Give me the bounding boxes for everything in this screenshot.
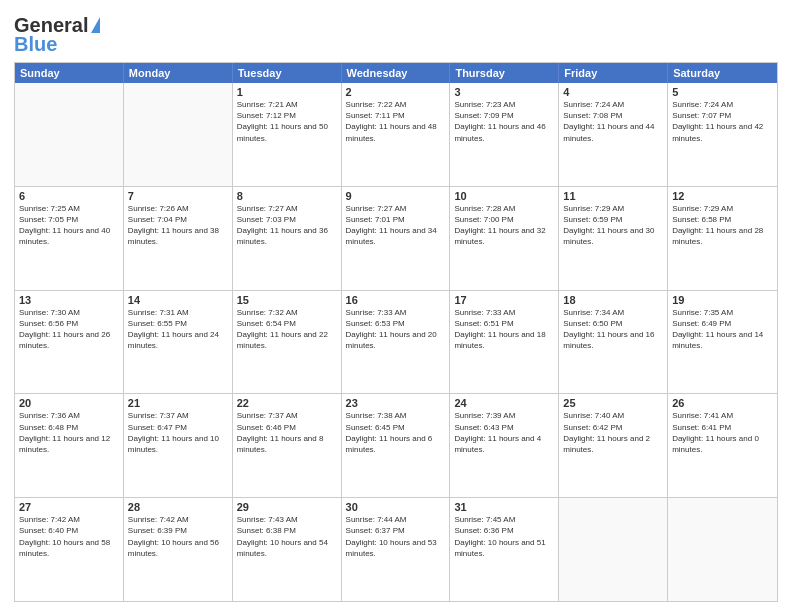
cell-info: Sunrise: 7:26 AMSunset: 7:04 PMDaylight:…	[128, 203, 228, 248]
cell-info: Sunrise: 7:31 AMSunset: 6:55 PMDaylight:…	[128, 307, 228, 352]
cell-info: Sunrise: 7:37 AMSunset: 6:46 PMDaylight:…	[237, 410, 337, 455]
day-of-week-sunday: Sunday	[15, 63, 124, 83]
calendar-cell: 23Sunrise: 7:38 AMSunset: 6:45 PMDayligh…	[342, 394, 451, 497]
cell-info: Sunrise: 7:38 AMSunset: 6:45 PMDaylight:…	[346, 410, 446, 455]
calendar-cell: 16Sunrise: 7:33 AMSunset: 6:53 PMDayligh…	[342, 291, 451, 394]
calendar-cell	[124, 83, 233, 186]
cell-info: Sunrise: 7:29 AMSunset: 6:59 PMDaylight:…	[563, 203, 663, 248]
calendar-cell: 27Sunrise: 7:42 AMSunset: 6:40 PMDayligh…	[15, 498, 124, 601]
calendar-header: SundayMondayTuesdayWednesdayThursdayFrid…	[15, 63, 777, 83]
cell-info: Sunrise: 7:41 AMSunset: 6:41 PMDaylight:…	[672, 410, 773, 455]
cell-info: Sunrise: 7:23 AMSunset: 7:09 PMDaylight:…	[454, 99, 554, 144]
day-number: 10	[454, 190, 554, 202]
page: General Blue SundayMondayTuesdayWednesda…	[0, 0, 792, 612]
calendar-cell: 8Sunrise: 7:27 AMSunset: 7:03 PMDaylight…	[233, 187, 342, 290]
day-number: 9	[346, 190, 446, 202]
calendar-cell: 14Sunrise: 7:31 AMSunset: 6:55 PMDayligh…	[124, 291, 233, 394]
cell-info: Sunrise: 7:24 AMSunset: 7:08 PMDaylight:…	[563, 99, 663, 144]
calendar-cell: 21Sunrise: 7:37 AMSunset: 6:47 PMDayligh…	[124, 394, 233, 497]
calendar-cell: 10Sunrise: 7:28 AMSunset: 7:00 PMDayligh…	[450, 187, 559, 290]
cell-info: Sunrise: 7:27 AMSunset: 7:01 PMDaylight:…	[346, 203, 446, 248]
day-number: 27	[19, 501, 119, 513]
calendar-cell: 7Sunrise: 7:26 AMSunset: 7:04 PMDaylight…	[124, 187, 233, 290]
calendar-cell: 19Sunrise: 7:35 AMSunset: 6:49 PMDayligh…	[668, 291, 777, 394]
calendar-cell: 2Sunrise: 7:22 AMSunset: 7:11 PMDaylight…	[342, 83, 451, 186]
calendar-cell: 31Sunrise: 7:45 AMSunset: 6:36 PMDayligh…	[450, 498, 559, 601]
calendar-cell: 11Sunrise: 7:29 AMSunset: 6:59 PMDayligh…	[559, 187, 668, 290]
cell-info: Sunrise: 7:44 AMSunset: 6:37 PMDaylight:…	[346, 514, 446, 559]
day-of-week-saturday: Saturday	[668, 63, 777, 83]
cell-info: Sunrise: 7:34 AMSunset: 6:50 PMDaylight:…	[563, 307, 663, 352]
calendar-body: 1Sunrise: 7:21 AMSunset: 7:12 PMDaylight…	[15, 83, 777, 601]
cell-info: Sunrise: 7:32 AMSunset: 6:54 PMDaylight:…	[237, 307, 337, 352]
calendar-row-0: 1Sunrise: 7:21 AMSunset: 7:12 PMDaylight…	[15, 83, 777, 187]
day-number: 18	[563, 294, 663, 306]
cell-info: Sunrise: 7:25 AMSunset: 7:05 PMDaylight:…	[19, 203, 119, 248]
calendar-cell: 15Sunrise: 7:32 AMSunset: 6:54 PMDayligh…	[233, 291, 342, 394]
calendar-cell: 24Sunrise: 7:39 AMSunset: 6:43 PMDayligh…	[450, 394, 559, 497]
day-number: 21	[128, 397, 228, 409]
cell-info: Sunrise: 7:24 AMSunset: 7:07 PMDaylight:…	[672, 99, 773, 144]
calendar-cell	[668, 498, 777, 601]
calendar-cell: 29Sunrise: 7:43 AMSunset: 6:38 PMDayligh…	[233, 498, 342, 601]
day-number: 30	[346, 501, 446, 513]
calendar-cell: 17Sunrise: 7:33 AMSunset: 6:51 PMDayligh…	[450, 291, 559, 394]
cell-info: Sunrise: 7:27 AMSunset: 7:03 PMDaylight:…	[237, 203, 337, 248]
calendar-cell: 25Sunrise: 7:40 AMSunset: 6:42 PMDayligh…	[559, 394, 668, 497]
day-number: 17	[454, 294, 554, 306]
header: General Blue	[14, 10, 778, 56]
cell-info: Sunrise: 7:35 AMSunset: 6:49 PMDaylight:…	[672, 307, 773, 352]
calendar-cell: 26Sunrise: 7:41 AMSunset: 6:41 PMDayligh…	[668, 394, 777, 497]
logo-blue: Blue	[14, 33, 57, 56]
calendar-cell: 18Sunrise: 7:34 AMSunset: 6:50 PMDayligh…	[559, 291, 668, 394]
day-number: 14	[128, 294, 228, 306]
day-number: 7	[128, 190, 228, 202]
day-of-week-tuesday: Tuesday	[233, 63, 342, 83]
day-number: 28	[128, 501, 228, 513]
logo: General Blue	[14, 10, 100, 56]
day-number: 13	[19, 294, 119, 306]
day-number: 31	[454, 501, 554, 513]
calendar-cell: 12Sunrise: 7:29 AMSunset: 6:58 PMDayligh…	[668, 187, 777, 290]
cell-info: Sunrise: 7:42 AMSunset: 6:40 PMDaylight:…	[19, 514, 119, 559]
calendar-cell: 28Sunrise: 7:42 AMSunset: 6:39 PMDayligh…	[124, 498, 233, 601]
day-number: 26	[672, 397, 773, 409]
day-number: 1	[237, 86, 337, 98]
cell-info: Sunrise: 7:29 AMSunset: 6:58 PMDaylight:…	[672, 203, 773, 248]
calendar-row-3: 20Sunrise: 7:36 AMSunset: 6:48 PMDayligh…	[15, 394, 777, 498]
day-number: 11	[563, 190, 663, 202]
calendar-row-2: 13Sunrise: 7:30 AMSunset: 6:56 PMDayligh…	[15, 291, 777, 395]
cell-info: Sunrise: 7:30 AMSunset: 6:56 PMDaylight:…	[19, 307, 119, 352]
calendar-row-4: 27Sunrise: 7:42 AMSunset: 6:40 PMDayligh…	[15, 498, 777, 601]
calendar-cell: 6Sunrise: 7:25 AMSunset: 7:05 PMDaylight…	[15, 187, 124, 290]
day-number: 19	[672, 294, 773, 306]
day-number: 29	[237, 501, 337, 513]
calendar-cell: 13Sunrise: 7:30 AMSunset: 6:56 PMDayligh…	[15, 291, 124, 394]
day-number: 22	[237, 397, 337, 409]
day-of-week-friday: Friday	[559, 63, 668, 83]
calendar-cell: 30Sunrise: 7:44 AMSunset: 6:37 PMDayligh…	[342, 498, 451, 601]
calendar-row-1: 6Sunrise: 7:25 AMSunset: 7:05 PMDaylight…	[15, 187, 777, 291]
day-of-week-thursday: Thursday	[450, 63, 559, 83]
calendar-cell: 4Sunrise: 7:24 AMSunset: 7:08 PMDaylight…	[559, 83, 668, 186]
day-number: 6	[19, 190, 119, 202]
cell-info: Sunrise: 7:45 AMSunset: 6:36 PMDaylight:…	[454, 514, 554, 559]
calendar-cell: 20Sunrise: 7:36 AMSunset: 6:48 PMDayligh…	[15, 394, 124, 497]
day-number: 2	[346, 86, 446, 98]
cell-info: Sunrise: 7:28 AMSunset: 7:00 PMDaylight:…	[454, 203, 554, 248]
day-number: 23	[346, 397, 446, 409]
day-number: 25	[563, 397, 663, 409]
day-number: 16	[346, 294, 446, 306]
day-number: 12	[672, 190, 773, 202]
day-number: 15	[237, 294, 337, 306]
cell-info: Sunrise: 7:37 AMSunset: 6:47 PMDaylight:…	[128, 410, 228, 455]
day-number: 24	[454, 397, 554, 409]
day-number: 8	[237, 190, 337, 202]
day-number: 3	[454, 86, 554, 98]
calendar-cell: 5Sunrise: 7:24 AMSunset: 7:07 PMDaylight…	[668, 83, 777, 186]
cell-info: Sunrise: 7:33 AMSunset: 6:51 PMDaylight:…	[454, 307, 554, 352]
day-number: 5	[672, 86, 773, 98]
logo-triangle-icon	[91, 17, 100, 33]
cell-info: Sunrise: 7:40 AMSunset: 6:42 PMDaylight:…	[563, 410, 663, 455]
day-of-week-monday: Monday	[124, 63, 233, 83]
